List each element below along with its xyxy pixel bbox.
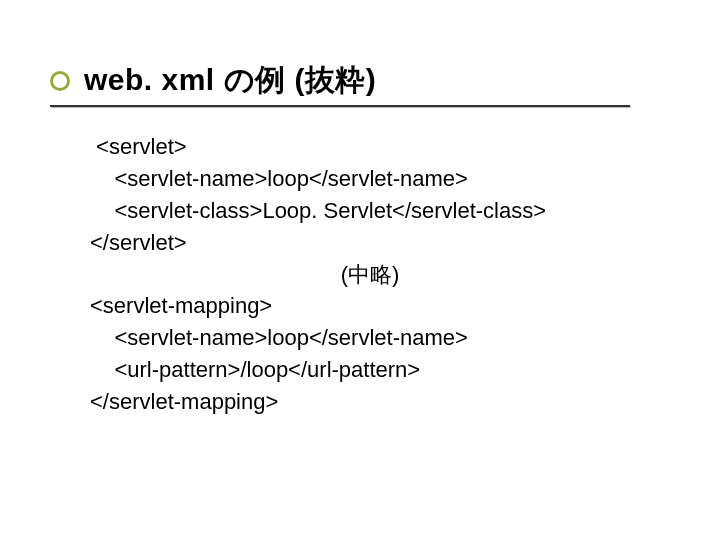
title-row: web. xml の例 (抜粋) — [50, 60, 670, 101]
code-line-1: <servlet> — [90, 131, 670, 163]
code-line-7: <url-pattern>/loop</url-pattern> — [90, 354, 670, 386]
code-line-4: </servlet> — [90, 227, 670, 259]
slide-title: web. xml の例 (抜粋) — [84, 60, 376, 101]
omission-marker: (中略) — [70, 259, 670, 291]
title-underline — [50, 105, 630, 107]
code-line-2: <servlet-name>loop</servlet-name> — [90, 163, 670, 195]
code-block: <servlet> <servlet-name>loop</servlet-na… — [90, 131, 670, 418]
code-line-5: <servlet-mapping> — [90, 290, 670, 322]
code-line-6: <servlet-name>loop</servlet-name> — [90, 322, 670, 354]
code-line-8: </servlet-mapping> — [90, 386, 670, 418]
code-line-3: <servlet-class>Loop. Servlet</servlet-cl… — [90, 195, 670, 227]
bullet-icon — [50, 71, 70, 91]
slide: web. xml の例 (抜粋) <servlet> <servlet-name… — [0, 0, 720, 540]
